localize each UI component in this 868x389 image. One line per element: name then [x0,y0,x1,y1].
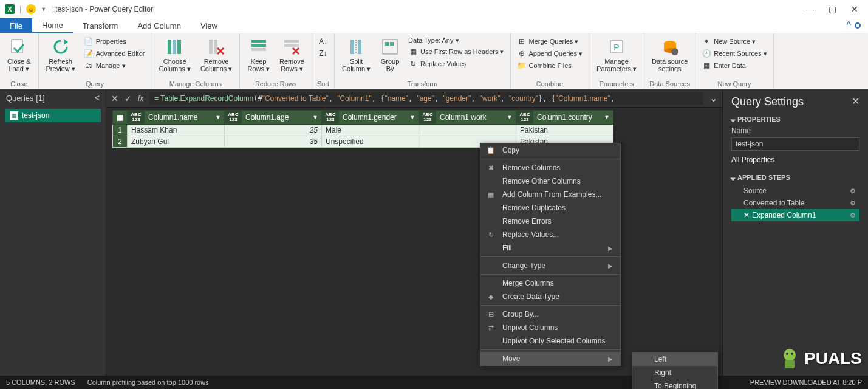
svg-rect-24 [785,360,795,368]
type-icon: ABC123 [128,111,145,124]
tab-home[interactable]: Home [32,18,73,33]
close-load-button[interactable]: Close & Load ▾ [5,36,33,74]
filter-icon[interactable]: ▼ [504,114,516,120]
group-icon: ⊞ [485,311,496,318]
advanced-editor-button[interactable]: 📝Advanced Editor [83,48,146,59]
svg-rect-1 [168,40,171,54]
menu-replace-values[interactable]: ↻Replace Values... [480,228,620,241]
menu-group-by[interactable]: ⊞Group By... [480,308,620,321]
keep-rows-button[interactable]: Keep Rows ▾ [245,36,272,74]
menu-add-column-from-examples[interactable]: ▦Add Column From Examples... [480,188,620,201]
menu-create-data-type[interactable]: ◆Create Data Type [480,290,620,303]
confirm-formula-button[interactable]: ✓ [125,94,132,103]
menu-copy[interactable]: 📋Copy [480,143,620,157]
delete-step-icon[interactable]: ✕ [743,211,750,219]
status-preview-time: PREVIEW DOWNLOADED AT 8:20 P [750,379,862,386]
watermark: PUALS [777,346,862,371]
menu-remove-errors[interactable]: Remove Errors [480,215,620,228]
merge-queries-button[interactable]: ⊞Merge Queries ▾ [516,36,584,47]
applied-steps-header[interactable]: APPLIED STEPS [731,174,859,181]
first-row-headers-button[interactable]: ▦Use First Row as Headers ▾ [407,46,505,57]
recent-sources-button[interactable]: 🕘Recent Sources ▾ [700,48,768,59]
enter-data-button[interactable]: ▦Enter Data [700,60,768,71]
step-source[interactable]: Source⚙ [731,185,859,197]
query-name-input[interactable] [731,137,859,151]
submenu-to-beginning[interactable]: To Beginning [632,379,717,389]
remove-columns-button[interactable]: Remove Columns ▾ [198,36,234,74]
table-corner[interactable]: ▦ [113,111,128,125]
append-queries-button[interactable]: ⊕Append Queries ▾ [516,48,584,59]
sort-desc-button[interactable]: Z↓ [317,48,329,59]
collapse-ribbon-icon[interactable]: ^ [846,20,851,31]
queries-collapse-icon[interactable]: < [95,93,100,103]
svg-point-23 [784,349,796,361]
filter-icon[interactable]: ▼ [212,114,224,120]
gear-icon[interactable]: ⚙ [850,187,856,195]
all-properties-link[interactable]: All Properties [731,156,859,164]
query-item[interactable]: ▦ test-json [5,109,101,122]
replace-values-button[interactable]: ↻Replace Values [407,58,505,69]
data-type-icon: ◆ [485,293,496,301]
step-expanded[interactable]: ✕Expanded Column1⚙ [731,209,859,221]
svg-rect-9 [284,40,299,43]
properties-section-header[interactable]: PROPERTIES [731,115,859,123]
smiley-icon[interactable]: ☺ [26,4,36,14]
excel-icon: X [5,4,15,14]
minimize-button[interactable]: — [805,4,814,14]
manage-button[interactable]: 🗂Manage ▾ [83,60,146,71]
menu-remove-duplicates[interactable]: Remove Duplicates [480,201,620,215]
table-row[interactable]: 1 Hassam Khan 25 Male Pakistan [113,125,613,136]
step-converted[interactable]: Converted to Table⚙ [731,197,859,209]
add-column-icon: ▦ [485,191,496,199]
menu-unpivot-selected[interactable]: Unpivot Only Selected Columns [480,334,620,348]
column-header-work[interactable]: ABC123Column1.work▼ [419,111,516,125]
column-header-name[interactable]: ABC123Column1.name▼ [128,111,225,125]
maximize-button[interactable]: ▢ [829,4,836,14]
qat-dropdown-icon[interactable]: ▼ [41,6,46,12]
choose-columns-button[interactable]: Choose Columns ▾ [156,36,193,74]
filter-icon[interactable]: ▼ [406,114,419,120]
properties-button[interactable]: 📄Properties [83,36,146,47]
menu-fill[interactable]: Fill▶ [480,241,620,255]
help-icon[interactable] [855,22,861,29]
tab-transform[interactable]: Transform [73,19,128,33]
filter-icon[interactable]: ▼ [601,114,613,120]
submenu-right[interactable]: Right [632,366,717,379]
gear-icon[interactable]: ⚙ [850,199,856,207]
data-type-button[interactable]: Data Type: Any ▾ [407,36,505,45]
svg-rect-8 [251,48,266,51]
formula-input[interactable]: = Table.ExpandRecordColumn(#"Converted t… [149,92,703,105]
cancel-formula-button[interactable]: ✕ [111,94,118,103]
remove-rows-button[interactable]: Remove Rows ▾ [277,36,307,74]
submenu-left[interactable]: Left [632,353,717,366]
data-source-settings-button[interactable]: Data source settings [649,36,690,74]
menu-remove-columns[interactable]: ✖Remove Columns [480,161,620,174]
menu-move[interactable]: Move▶ [480,352,620,365]
close-settings-button[interactable]: ✕ [852,95,859,107]
column-header-country[interactable]: ABC123Column1.country▼ [516,111,613,125]
sort-asc-button[interactable]: A↓ [317,36,329,47]
queries-pane: Queries [1] < ▦ test-json [0,89,106,376]
svg-rect-5 [214,40,217,54]
menu-remove-other-columns[interactable]: Remove Other Columns [480,174,620,188]
combine-files-button[interactable]: 📁Combine Files [516,60,584,71]
menu-merge-columns[interactable]: Merge Columns [480,277,620,290]
tab-add-column[interactable]: Add Column [128,19,191,33]
expand-formula-icon[interactable]: ⌄ [709,92,717,104]
filter-icon[interactable]: ▼ [309,114,321,120]
gear-icon[interactable]: ⚙ [850,212,856,219]
column-header-age[interactable]: ABC123Column1.age▼ [225,111,322,125]
group-by-button[interactable]: Group By [378,36,402,74]
fx-icon[interactable]: fx [138,94,143,103]
menu-unpivot-columns[interactable]: ⇄Unpivot Columns [480,321,620,334]
column-header-gender[interactable]: ABC123Column1.gender▼ [322,111,419,125]
manage-parameters-button[interactable]: PManage Parameters ▾ [594,36,639,74]
close-window-button[interactable]: ✕ [851,4,858,14]
menu-change-type[interactable]: Change Type▶ [480,259,620,272]
new-source-button[interactable]: ✦New Source ▾ [700,36,768,47]
refresh-preview-button[interactable]: Refresh Preview ▾ [44,36,78,74]
split-column-button[interactable]: Split Column ▾ [340,36,373,74]
tab-file[interactable]: File [0,18,32,33]
type-icon: ABC123 [419,111,436,124]
tab-view[interactable]: View [191,19,227,33]
